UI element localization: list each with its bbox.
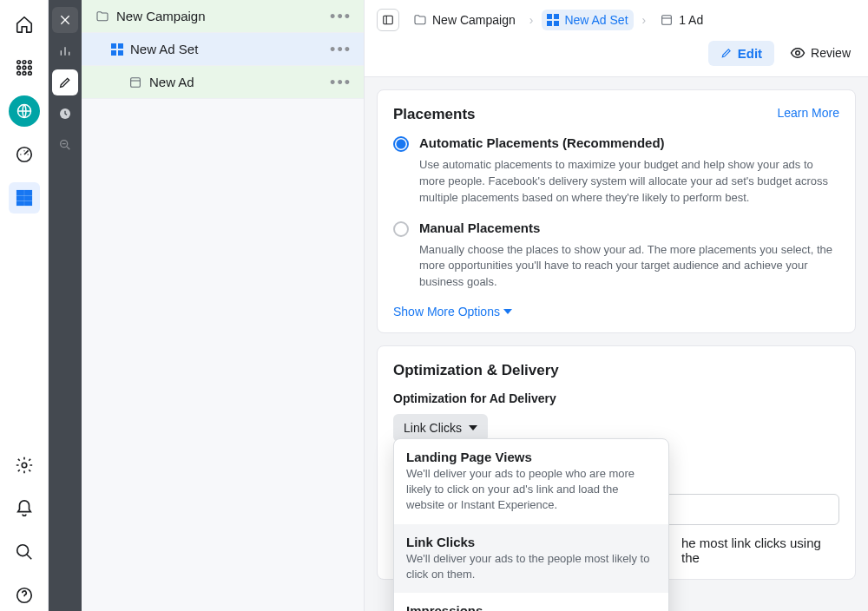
optimization-title: Optimization & Delivery xyxy=(393,362,839,379)
more-icon[interactable]: ••• xyxy=(330,42,352,57)
radio-icon xyxy=(393,221,409,237)
optimization-menu: Landing Page Views We'll deliver your ad… xyxy=(393,438,669,611)
radio-manual[interactable]: Manual Placements xyxy=(393,220,839,237)
svg-point-6 xyxy=(16,72,20,76)
radio-automatic[interactable]: Automatic Placements (Recommended) xyxy=(393,135,839,152)
optimization-card: Optimization & Delivery Optimization for… xyxy=(377,345,856,580)
radio-manual-desc: Manually choose the places to show your … xyxy=(419,242,839,292)
chevron-right-icon: › xyxy=(642,13,647,27)
svg-point-18 xyxy=(16,545,28,556)
chart-icon[interactable] xyxy=(52,38,78,64)
svg-point-1 xyxy=(23,61,26,64)
tree-ad-label: New Ad xyxy=(149,75,194,89)
svg-point-8 xyxy=(28,72,31,76)
svg-rect-11 xyxy=(16,191,23,195)
learn-more-link[interactable]: Learn More xyxy=(777,106,839,120)
breadcrumb: New Campaign › New Ad Set › 1 Ad xyxy=(377,9,856,31)
option-impressions[interactable]: Impressions We'll deliver your ads to pe… xyxy=(394,593,668,611)
svg-rect-13 xyxy=(16,196,23,200)
optimization-label: Optimization for Ad Delivery xyxy=(393,391,839,405)
settings-icon[interactable] xyxy=(9,450,40,481)
tree-campaign-label: New Campaign xyxy=(116,9,206,23)
show-more-link[interactable]: Show More Options xyxy=(393,305,839,319)
radio-manual-title: Manual Placements xyxy=(419,220,540,237)
chevron-right-icon: › xyxy=(529,13,534,27)
apps-icon[interactable] xyxy=(9,52,40,83)
svg-rect-15 xyxy=(16,202,23,206)
search-icon[interactable] xyxy=(9,536,40,568)
svg-rect-22 xyxy=(131,77,141,87)
clock-icon[interactable] xyxy=(52,101,78,127)
adset-icon xyxy=(547,14,559,26)
breadcrumb-ad[interactable]: 1 Ad xyxy=(654,10,708,30)
edit-button[interactable]: Edit xyxy=(708,41,774,66)
home-icon[interactable] xyxy=(9,9,40,40)
zoom-icon[interactable] xyxy=(52,132,78,158)
svg-rect-14 xyxy=(24,196,30,200)
svg-point-0 xyxy=(16,61,20,64)
campaign-tree: New Campaign ••• New Ad Set ••• New Ad •… xyxy=(82,0,365,611)
svg-point-17 xyxy=(22,463,27,468)
radio-icon xyxy=(393,136,409,152)
svg-point-25 xyxy=(796,51,800,56)
svg-rect-24 xyxy=(662,16,672,25)
svg-rect-16 xyxy=(24,202,30,206)
svg-rect-12 xyxy=(24,191,30,195)
more-icon[interactable]: ••• xyxy=(330,9,352,24)
editor-nav xyxy=(49,0,82,611)
placements-card: Learn More Placements Automatic Placemen… xyxy=(377,89,856,333)
option-link-clicks[interactable]: Link Clicks We'll deliver your ads to th… xyxy=(394,524,668,593)
content-scroll[interactable]: Learn More Placements Automatic Placemen… xyxy=(365,77,868,611)
globe-icon[interactable] xyxy=(9,95,40,127)
radio-automatic-desc: Use automatic placements to maximize you… xyxy=(419,157,839,207)
svg-point-2 xyxy=(28,61,31,64)
main-panel: New Campaign › New Ad Set › 1 Ad Edit Re… xyxy=(365,0,868,611)
svg-point-7 xyxy=(23,72,26,76)
help-icon[interactable] xyxy=(9,580,40,611)
adset-icon xyxy=(111,43,123,56)
folder-icon xyxy=(95,10,109,23)
speedometer-icon[interactable] xyxy=(9,139,40,170)
svg-point-5 xyxy=(28,66,31,69)
tree-campaign-row[interactable]: New Campaign ••• xyxy=(82,0,364,33)
svg-point-4 xyxy=(23,66,26,69)
caret-down-icon xyxy=(469,424,477,432)
breadcrumb-campaign[interactable]: New Campaign xyxy=(408,10,521,30)
ads-manager-icon[interactable] xyxy=(9,182,40,214)
global-nav xyxy=(0,0,49,611)
more-icon[interactable]: ••• xyxy=(330,75,352,90)
option-landing-page-views[interactable]: Landing Page Views We'll deliver your ad… xyxy=(394,439,668,524)
placements-title: Placements xyxy=(393,106,839,123)
pencil-icon[interactable] xyxy=(52,69,78,95)
svg-point-3 xyxy=(16,66,20,69)
header: New Campaign › New Ad Set › 1 Ad Edit Re… xyxy=(365,0,868,77)
breadcrumb-adset[interactable]: New Ad Set xyxy=(542,10,633,30)
bell-icon[interactable] xyxy=(9,493,40,524)
ad-icon xyxy=(128,76,142,89)
review-button[interactable]: Review xyxy=(785,40,856,66)
panel-toggle-icon[interactable] xyxy=(377,9,399,31)
tree-adset-label: New Ad Set xyxy=(130,42,198,56)
svg-rect-23 xyxy=(384,16,393,23)
close-button[interactable] xyxy=(52,7,78,33)
radio-automatic-title: Automatic Placements (Recommended) xyxy=(419,135,665,152)
tree-ad-row[interactable]: New Ad ••• xyxy=(82,66,364,99)
tree-adset-row[interactable]: New Ad Set ••• xyxy=(82,33,364,66)
